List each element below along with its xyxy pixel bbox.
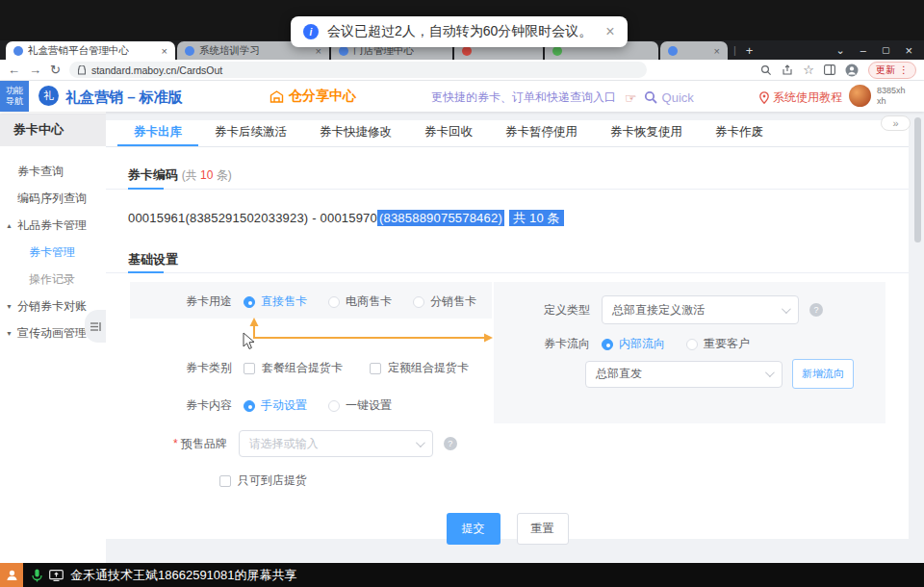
side-panel-icon[interactable] — [824, 64, 835, 75]
radio-ecommerce-sale[interactable]: 电商售卡 — [328, 294, 392, 310]
flow-label: 券卡流向 — [544, 336, 590, 352]
radio-important-customer[interactable]: 重要客户 — [686, 336, 750, 352]
tab-close-icon[interactable]: × — [156, 45, 167, 57]
tab-favicon-icon — [13, 46, 23, 56]
form-row-card-category: 券卡类别 套餐组合提货卡 定额组合提货卡 — [186, 360, 490, 376]
chevron-down-icon[interactable]: ⌄ — [836, 44, 845, 57]
checkbox-store-pickup-only[interactable]: 只可到店提货 — [219, 472, 307, 489]
tab-label: 券卡出库 — [134, 124, 182, 140]
checkbox-fixed-combo-card[interactable]: 定额组合提货卡 — [370, 360, 469, 376]
tab-close-icon[interactable]: × — [708, 45, 720, 57]
sidebar-collapse-handle[interactable] — [85, 310, 106, 343]
radio-manual-setup[interactable]: 手动设置 — [244, 397, 307, 414]
expand-triangle-icon: ▼ — [6, 303, 17, 310]
sidebar-item-card-management-active[interactable]: 券卡管理 — [0, 239, 106, 266]
quick-entry[interactable]: 更快捷的券卡、订单和快递查询入口 ☞ Quick — [431, 89, 694, 106]
tab-card-quick-edit[interactable]: 券卡快捷修改 — [303, 120, 408, 146]
add-flow-button[interactable]: 新增流向 — [792, 359, 854, 389]
forward-icon[interactable]: → — [29, 64, 41, 76]
user-name: 8385xh — [877, 86, 906, 96]
checkbox-icon — [370, 363, 381, 374]
radio-direct-sale[interactable]: 直接售卡 — [244, 294, 307, 310]
help-glyph: ? — [448, 439, 452, 448]
code-selected-text: (8385889075578462) — [377, 210, 504, 226]
radio-label: 直接售卡 — [261, 294, 307, 310]
window-close-button[interactable]: × — [905, 43, 912, 58]
tab-label: 券卡后续激活 — [215, 124, 287, 140]
pointing-finger-icon: ☞ — [625, 90, 637, 106]
help-icon[interactable]: ? — [809, 303, 823, 317]
tab-favicon-icon — [552, 46, 562, 56]
tab-label: 券卡恢复使用 — [610, 124, 682, 140]
zoom-icon[interactable] — [760, 64, 772, 76]
radio-internal-flow[interactable]: 内部流向 — [602, 336, 665, 352]
new-tab-button[interactable]: + — [746, 43, 754, 58]
page-scrollbar[interactable] — [914, 117, 921, 242]
help-glyph: ? — [813, 305, 818, 315]
browser-update-button[interactable]: 更新 ⋮ — [868, 62, 916, 79]
sidebar-item-label: 分销券卡对账 — [17, 298, 87, 315]
flow-value: 总部直发 — [596, 366, 642, 382]
panel-collapse-button[interactable]: » — [881, 115, 911, 131]
share-icon[interactable] — [782, 64, 793, 76]
section-divider — [106, 189, 909, 190]
browser-tab-gift-admin[interactable]: 礼盒营销平台管理中心 × — [6, 41, 175, 60]
window-minimize-button[interactable]: – — [860, 44, 866, 56]
tab-card-restore[interactable]: 券卡恢复使用 — [594, 120, 699, 146]
settings-section-title: 基础设置 — [128, 251, 178, 268]
bookmark-star-icon[interactable]: ☆ — [803, 64, 814, 76]
chevron-down-icon — [416, 438, 425, 447]
sidebar-item-gift-card-management[interactable]: ▲ 礼品券卡管理 — [0, 212, 106, 239]
sidebar-item-card-query[interactable]: 券卡查询 — [0, 158, 106, 185]
presenter-avatar-icon — [0, 563, 23, 587]
radio-icon — [413, 296, 424, 308]
count-post: 条) — [213, 168, 231, 182]
logo-glyph: 礼 — [43, 89, 54, 103]
checkbox-label: 定额组合提货卡 — [388, 360, 469, 376]
radio-label: 电商售卡 — [346, 294, 392, 310]
usage-label: 券卡用途 — [186, 294, 232, 310]
nav-box-line1: 功能 — [6, 86, 23, 96]
url-text: standard.maboy.cn/CardsOut — [91, 64, 222, 76]
checkbox-package-combo-card[interactable]: 套餐组合提货卡 — [244, 360, 343, 376]
user-sub-name: xh — [877, 96, 906, 107]
tab-card-followup-activation[interactable]: 券卡后续激活 — [198, 120, 303, 146]
tab-card-void[interactable]: 券卡作废 — [699, 120, 780, 146]
meeting-notification: i 会议已超过2人，自动转为60分钟限时会议。 × — [291, 16, 628, 47]
warehouse-share-center-link[interactable]: 仓分享中心 — [270, 88, 356, 105]
function-nav-button[interactable]: 功能 导航 — [0, 81, 29, 112]
chevron-down-icon — [782, 304, 791, 314]
reset-label: 重置 — [531, 522, 554, 535]
kebab-menu-icon[interactable]: ⋮ — [899, 64, 909, 75]
window-maximize-button[interactable]: ▢ — [882, 45, 890, 55]
radio-icon — [686, 339, 698, 350]
url-input[interactable]: standard.maboy.cn/CardsOut — [69, 62, 647, 78]
brand-select[interactable]: 请选择或输入 — [239, 430, 433, 457]
sidebar-item-code-sequence-query[interactable]: 编码序列查询 — [0, 185, 106, 212]
system-tutorial-link[interactable]: 系统使用教程 — [759, 89, 842, 106]
share-bar-icons — [32, 569, 64, 582]
sidebar-item-operation-log[interactable]: 操作记录 — [0, 266, 106, 293]
user-avatar — [849, 85, 871, 107]
reset-button[interactable]: 重置 — [517, 513, 569, 545]
tab-favicon-icon — [185, 46, 194, 56]
define-type-select[interactable]: 总部直接定义激活 — [602, 295, 799, 324]
tab-card-recycle[interactable]: 券卡回收 — [408, 120, 489, 146]
back-icon[interactable]: ← — [8, 64, 20, 76]
tab-card-suspend[interactable]: 券卡暂停使用 — [489, 120, 594, 146]
notification-close-icon[interactable]: × — [605, 23, 614, 40]
profile-avatar-icon[interactable] — [845, 64, 859, 77]
flow-select[interactable]: 总部直发 — [585, 361, 783, 388]
reload-icon[interactable]: ↻ — [50, 64, 61, 76]
help-icon[interactable]: ? — [444, 437, 457, 450]
radio-label: 内部流向 — [619, 336, 665, 352]
submit-button[interactable]: 提交 — [447, 513, 500, 545]
browser-tab-obscured-3[interactable]: × — [660, 41, 728, 60]
radio-one-click-setup[interactable]: 一键设置 — [328, 397, 392, 414]
tab-card-outbound[interactable]: 券卡出库 — [117, 120, 198, 146]
quick-tip-text: 更快捷的券卡、订单和快递查询入口 — [431, 89, 616, 106]
user-account[interactable]: 8385xh xh — [849, 85, 906, 107]
card-code-range[interactable]: 00015961(8385291502033923) - 00015970(83… — [128, 210, 564, 227]
browser-tab-label: 系统培训学习 — [199, 44, 260, 58]
radio-distribution-sale[interactable]: 分销售卡 — [413, 294, 476, 310]
